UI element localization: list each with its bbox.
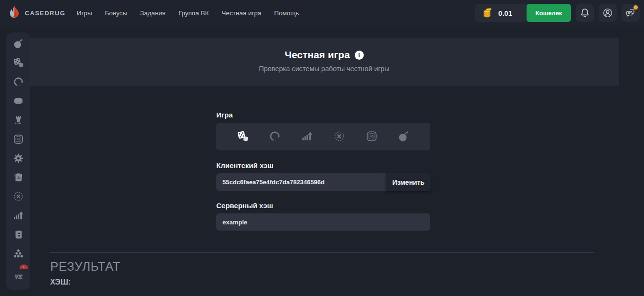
sidebar-item-roulette[interactable] bbox=[12, 191, 24, 202]
tower-icon bbox=[13, 115, 24, 126]
change-hash-button[interactable]: Изменить bbox=[386, 173, 431, 191]
game-option-crash[interactable] bbox=[301, 130, 313, 143]
sidebar-item-tower[interactable] bbox=[12, 115, 24, 126]
games-sidebar: 40 21 bbox=[6, 32, 30, 290]
wheel-spinner-icon bbox=[269, 130, 281, 142]
header-actions: 0.01 Кошелек bbox=[475, 4, 640, 22]
balance-pill[interactable]: 0.01 Кошелек bbox=[475, 4, 571, 22]
sidebar-item-gear[interactable] bbox=[12, 153, 24, 164]
dice-icon bbox=[237, 130, 249, 142]
blackjack-21-icon: 21 bbox=[13, 172, 24, 183]
vk-notification-badge: 1 bbox=[20, 264, 28, 269]
roulette-icon bbox=[333, 130, 345, 142]
gold-coins-icon bbox=[481, 7, 494, 19]
result-hash-label: ХЭШ: bbox=[50, 278, 71, 286]
wheel-spinner-icon bbox=[13, 76, 24, 87]
crash-chart-icon bbox=[301, 130, 313, 142]
game-option-slot-40[interactable]: 40 bbox=[365, 130, 378, 143]
slot-40-icon: 40 bbox=[13, 134, 24, 145]
game-field-label: Игра bbox=[216, 111, 233, 119]
info-icon[interactable]: i bbox=[355, 51, 364, 60]
vk-icon: VK bbox=[13, 271, 24, 282]
sidebar-item-dice[interactable] bbox=[12, 57, 24, 68]
client-hash-label: Клиентский хэш bbox=[216, 161, 274, 169]
game-option-roulette[interactable] bbox=[333, 130, 346, 143]
nav-fair-game[interactable]: Честная игра bbox=[222, 10, 261, 17]
svg-text:VK: VK bbox=[14, 274, 22, 280]
nav-vk-group[interactable]: Группа ВК bbox=[179, 10, 209, 17]
chat-button[interactable] bbox=[622, 4, 640, 22]
roulette-icon bbox=[13, 191, 24, 202]
result-divider bbox=[50, 252, 594, 253]
nav-bonuses[interactable]: Бонусы bbox=[105, 10, 127, 17]
server-hash-input[interactable] bbox=[216, 213, 430, 231]
hilo-cards-icon bbox=[13, 229, 24, 240]
sidebar-item-crash[interactable] bbox=[12, 210, 24, 221]
svg-text:21: 21 bbox=[17, 176, 21, 180]
bomb-icon bbox=[13, 38, 24, 49]
main-nav: Игры Бонусы Задания Группа ВК Честная иг… bbox=[77, 10, 299, 17]
svg-text:40: 40 bbox=[17, 137, 20, 141]
sidebar-item-hilo[interactable] bbox=[12, 229, 24, 240]
plinko-pyramid-icon bbox=[13, 248, 24, 259]
sidebar-item-blackjack-21[interactable]: 21 bbox=[12, 172, 24, 183]
server-hash-label: Серверный хэш bbox=[216, 201, 273, 210]
nav-tasks[interactable]: Задания bbox=[140, 10, 166, 17]
user-profile-icon bbox=[602, 8, 613, 18]
wallet-button[interactable]: Кошелек bbox=[527, 4, 571, 22]
gear-icon bbox=[13, 153, 24, 164]
chat-notification-dot bbox=[633, 5, 638, 10]
dice-icon bbox=[13, 57, 24, 68]
bell-icon bbox=[580, 8, 590, 18]
sidebar-item-coin[interactable] bbox=[12, 95, 24, 106]
profile-button[interactable] bbox=[599, 4, 617, 22]
crash-chart-icon bbox=[13, 210, 24, 221]
game-option-dice[interactable] bbox=[236, 130, 249, 143]
nav-games[interactable]: Игры bbox=[77, 10, 92, 17]
page-header-banner: Честная игра i Проверка системы работы ч… bbox=[30, 38, 619, 86]
svg-text:40: 40 bbox=[370, 135, 374, 138]
client-hash-row: Изменить bbox=[216, 173, 431, 191]
bomb-icon bbox=[398, 130, 410, 142]
game-selector: 40 bbox=[216, 123, 430, 150]
coin-icon bbox=[13, 95, 24, 106]
client-hash-input[interactable] bbox=[216, 173, 386, 191]
flame-logo-icon bbox=[7, 5, 21, 22]
sidebar-item-wheel[interactable] bbox=[12, 76, 24, 87]
page: CASEDRUG Игры Бонусы Задания Группа ВК Ч… bbox=[0, 0, 644, 296]
notifications-button[interactable] bbox=[576, 4, 594, 22]
slot-40-icon: 40 bbox=[366, 130, 378, 142]
sidebar-item-vk[interactable]: 1 VK bbox=[12, 271, 24, 282]
logo[interactable]: CASEDRUG bbox=[7, 5, 65, 22]
sidebar-item-plinko[interactable] bbox=[12, 248, 24, 259]
logo-text: CASEDRUG bbox=[25, 10, 65, 17]
nav-help[interactable]: Помощь bbox=[274, 10, 299, 17]
top-bar: CASEDRUG Игры Бонусы Задания Группа ВК Ч… bbox=[0, 0, 644, 26]
page-title: Честная игра bbox=[285, 49, 350, 61]
balance-amount: 0.01 bbox=[498, 9, 512, 17]
page-subtitle: Проверка системы работы честной игры bbox=[30, 65, 619, 73]
result-heading: РЕЗУЛЬТАТ bbox=[50, 259, 120, 274]
game-option-bomb[interactable] bbox=[398, 130, 410, 143]
game-option-wheel[interactable] bbox=[269, 130, 281, 143]
sidebar-item-bomb[interactable] bbox=[12, 38, 24, 49]
sidebar-item-slot-40[interactable]: 40 bbox=[12, 134, 24, 145]
